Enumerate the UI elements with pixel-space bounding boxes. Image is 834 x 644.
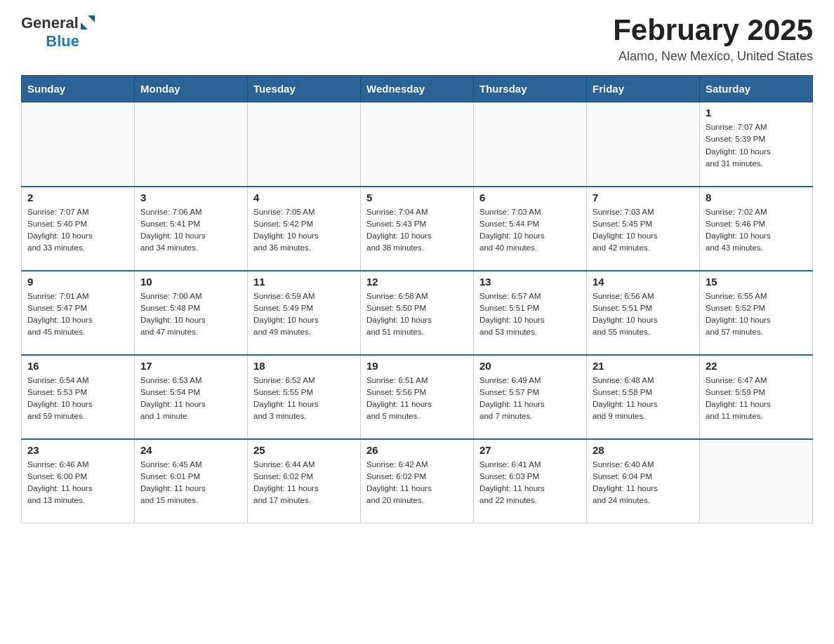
day-info: Sunrise: 6:40 AMSunset: 6:04 PMDaylight:… <box>593 459 694 507</box>
calendar-cell: 21Sunrise: 6:48 AMSunset: 5:58 PMDayligh… <box>587 355 700 439</box>
calendar-cell <box>587 102 700 187</box>
weekday-header-monday: Monday <box>135 76 248 102</box>
day-number: 13 <box>479 276 581 288</box>
day-info: Sunrise: 6:42 AMSunset: 6:02 PMDaylight:… <box>366 459 468 507</box>
day-info: Sunrise: 6:51 AMSunset: 5:56 PMDaylight:… <box>366 375 468 423</box>
day-info: Sunrise: 6:44 AMSunset: 6:02 PMDaylight:… <box>253 459 355 507</box>
calendar-cell: 15Sunrise: 6:55 AMSunset: 5:52 PMDayligh… <box>700 271 813 355</box>
day-info: Sunrise: 7:01 AMSunset: 5:47 PMDaylight:… <box>27 290 128 339</box>
day-number: 21 <box>593 360 694 372</box>
day-info: Sunrise: 6:47 AMSunset: 5:59 PMDaylight:… <box>706 375 807 423</box>
day-info: Sunrise: 7:02 AMSunset: 5:46 PMDaylight:… <box>706 206 807 255</box>
calendar-cell: 14Sunrise: 6:56 AMSunset: 5:51 PMDayligh… <box>587 271 700 355</box>
calendar-cell: 9Sunrise: 7:01 AMSunset: 5:47 PMDaylight… <box>22 271 135 355</box>
day-number: 11 <box>253 276 355 288</box>
calendar-cell: 22Sunrise: 6:47 AMSunset: 5:59 PMDayligh… <box>700 355 813 439</box>
weekday-header-saturday: Saturday <box>700 76 813 102</box>
calendar-week-row: 16Sunrise: 6:54 AMSunset: 5:53 PMDayligh… <box>22 355 813 439</box>
day-number: 2 <box>27 192 128 203</box>
day-info: Sunrise: 6:48 AMSunset: 5:58 PMDaylight:… <box>593 375 694 423</box>
day-number: 6 <box>479 192 581 203</box>
day-info: Sunrise: 6:49 AMSunset: 5:57 PMDaylight:… <box>479 375 581 423</box>
day-info: Sunrise: 7:00 AMSunset: 5:48 PMDaylight:… <box>140 290 241 339</box>
day-number: 22 <box>706 360 807 372</box>
calendar-cell: 8Sunrise: 7:02 AMSunset: 5:46 PMDaylight… <box>700 187 813 271</box>
day-number: 3 <box>140 192 241 203</box>
calendar-cell: 2Sunrise: 7:07 AMSunset: 5:40 PMDaylight… <box>22 187 135 271</box>
day-info: Sunrise: 7:03 AMSunset: 5:44 PMDaylight:… <box>479 206 581 255</box>
calendar-cell: 5Sunrise: 7:04 AMSunset: 5:43 PMDaylight… <box>361 187 474 271</box>
day-info: Sunrise: 6:41 AMSunset: 6:03 PMDaylight:… <box>479 459 581 507</box>
calendar-cell: 24Sunrise: 6:45 AMSunset: 6:01 PMDayligh… <box>135 439 248 523</box>
calendar-cell: 12Sunrise: 6:58 AMSunset: 5:50 PMDayligh… <box>361 271 474 355</box>
day-number: 5 <box>366 192 468 203</box>
day-number: 8 <box>706 192 807 203</box>
day-number: 19 <box>366 360 468 372</box>
weekday-header-sunday: Sunday <box>22 76 135 102</box>
calendar-cell: 19Sunrise: 6:51 AMSunset: 5:56 PMDayligh… <box>361 355 474 439</box>
calendar-cell: 20Sunrise: 6:49 AMSunset: 5:57 PMDayligh… <box>474 355 587 439</box>
month-year-title: February 2025 <box>613 14 813 46</box>
calendar-cell: 25Sunrise: 6:44 AMSunset: 6:02 PMDayligh… <box>248 439 361 523</box>
day-number: 7 <box>593 192 694 203</box>
day-number: 17 <box>140 360 241 372</box>
day-info: Sunrise: 7:06 AMSunset: 5:41 PMDaylight:… <box>140 206 241 255</box>
calendar-cell <box>22 102 135 187</box>
day-info: Sunrise: 6:53 AMSunset: 5:54 PMDaylight:… <box>140 375 241 423</box>
logo-blue-text: Blue <box>46 32 79 51</box>
day-info: Sunrise: 6:46 AMSunset: 6:00 PMDaylight:… <box>27 459 128 507</box>
day-info: Sunrise: 7:05 AMSunset: 5:42 PMDaylight:… <box>253 206 355 255</box>
day-info: Sunrise: 6:54 AMSunset: 5:53 PMDaylight:… <box>27 375 128 423</box>
day-number: 28 <box>593 444 694 456</box>
day-number: 20 <box>479 360 581 372</box>
page-header: General Blue February 2025 Alamo, New Me… <box>21 14 813 64</box>
calendar-week-row: 1Sunrise: 7:07 AMSunset: 5:39 PMDaylight… <box>22 102 813 187</box>
calendar-cell: 17Sunrise: 6:53 AMSunset: 5:54 PMDayligh… <box>135 355 248 439</box>
calendar-cell <box>361 102 474 187</box>
day-info: Sunrise: 6:59 AMSunset: 5:49 PMDaylight:… <box>253 290 355 339</box>
logo-general-text: General <box>21 14 79 32</box>
calendar-week-row: 23Sunrise: 6:46 AMSunset: 6:00 PMDayligh… <box>22 439 813 523</box>
weekday-header-wednesday: Wednesday <box>361 76 474 102</box>
weekday-header-friday: Friday <box>587 76 700 102</box>
calendar-cell <box>135 102 248 187</box>
calendar-week-row: 9Sunrise: 7:01 AMSunset: 5:47 PMDaylight… <box>22 271 813 355</box>
calendar-cell: 28Sunrise: 6:40 AMSunset: 6:04 PMDayligh… <box>587 439 700 523</box>
day-info: Sunrise: 6:57 AMSunset: 5:51 PMDaylight:… <box>479 290 581 339</box>
calendar-cell: 11Sunrise: 6:59 AMSunset: 5:49 PMDayligh… <box>248 271 361 355</box>
calendar-cell: 26Sunrise: 6:42 AMSunset: 6:02 PMDayligh… <box>361 439 474 523</box>
calendar-cell: 3Sunrise: 7:06 AMSunset: 5:41 PMDaylight… <box>135 187 248 271</box>
day-number: 25 <box>253 444 355 456</box>
day-number: 9 <box>27 276 128 288</box>
day-number: 23 <box>27 444 128 456</box>
day-number: 10 <box>140 276 241 288</box>
day-info: Sunrise: 7:04 AMSunset: 5:43 PMDaylight:… <box>366 206 468 255</box>
weekday-header-thursday: Thursday <box>474 76 587 102</box>
calendar-cell: 4Sunrise: 7:05 AMSunset: 5:42 PMDaylight… <box>248 187 361 271</box>
logo: General Blue <box>21 14 95 51</box>
calendar-cell: 7Sunrise: 7:03 AMSunset: 5:45 PMDaylight… <box>587 187 700 271</box>
day-info: Sunrise: 7:03 AMSunset: 5:45 PMDaylight:… <box>593 206 694 255</box>
calendar-cell: 23Sunrise: 6:46 AMSunset: 6:00 PMDayligh… <box>22 439 135 523</box>
calendar-cell: 6Sunrise: 7:03 AMSunset: 5:44 PMDaylight… <box>474 187 587 271</box>
day-info: Sunrise: 7:07 AMSunset: 5:40 PMDaylight:… <box>27 206 128 255</box>
day-info: Sunrise: 6:58 AMSunset: 5:50 PMDaylight:… <box>366 290 468 339</box>
title-block: February 2025 Alamo, New Mexico, United … <box>613 14 813 64</box>
day-number: 15 <box>706 276 807 288</box>
day-number: 14 <box>593 276 694 288</box>
day-number: 4 <box>253 192 355 203</box>
day-number: 27 <box>479 444 581 456</box>
day-info: Sunrise: 6:52 AMSunset: 5:55 PMDaylight:… <box>253 375 355 423</box>
calendar-cell: 10Sunrise: 7:00 AMSunset: 5:48 PMDayligh… <box>135 271 248 355</box>
day-number: 12 <box>366 276 468 288</box>
calendar-cell: 27Sunrise: 6:41 AMSunset: 6:03 PMDayligh… <box>474 439 587 523</box>
calendar-cell: 13Sunrise: 6:57 AMSunset: 5:51 PMDayligh… <box>474 271 587 355</box>
calendar-cell: 16Sunrise: 6:54 AMSunset: 5:53 PMDayligh… <box>22 355 135 439</box>
calendar-cell: 1Sunrise: 7:07 AMSunset: 5:39 PMDaylight… <box>700 102 813 187</box>
day-info: Sunrise: 6:56 AMSunset: 5:51 PMDaylight:… <box>593 290 694 339</box>
calendar-cell: 18Sunrise: 6:52 AMSunset: 5:55 PMDayligh… <box>248 355 361 439</box>
calendar-week-row: 2Sunrise: 7:07 AMSunset: 5:40 PMDaylight… <box>22 187 813 271</box>
day-info: Sunrise: 7:07 AMSunset: 5:39 PMDaylight:… <box>706 121 807 170</box>
weekday-header-tuesday: Tuesday <box>248 76 361 102</box>
day-number: 18 <box>253 360 355 372</box>
